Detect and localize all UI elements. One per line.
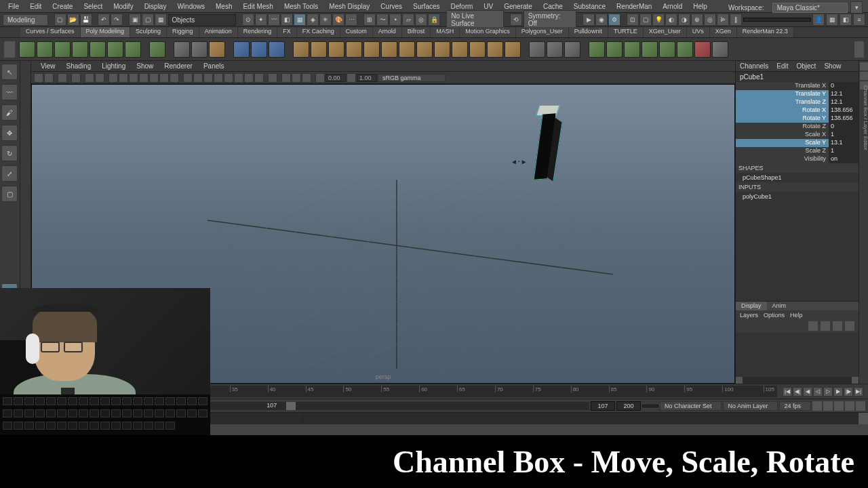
mask-misc-icon[interactable]: ⋯	[345, 14, 357, 26]
center-pivot-icon[interactable]	[712, 41, 728, 58]
exposure-icon[interactable]	[315, 73, 325, 83]
select-tool-icon[interactable]: ↖	[1, 64, 18, 80]
uv-editor-icon[interactable]	[642, 41, 658, 58]
selection-mask-input[interactable]	[168, 14, 236, 26]
lights-icon[interactable]	[214, 73, 223, 83]
attr-rz-value[interactable]: 0	[829, 123, 859, 131]
shelf-tab-xgen[interactable]: XGen	[710, 27, 737, 37]
step-forward-key-icon[interactable]: |▶	[844, 387, 853, 396]
toggle-renderview-icon[interactable]: ▢	[639, 14, 652, 26]
menu-modify[interactable]: Modify	[108, 1, 138, 12]
xray-joints-icon[interactable]	[292, 73, 301, 83]
cb-edit[interactable]: Edit	[774, 62, 791, 70]
autokey-icon[interactable]	[823, 401, 833, 411]
sculpt-icon[interactable]	[606, 41, 623, 58]
layer-tab-display[interactable]: Display	[736, 302, 767, 310]
render-settings-icon[interactable]: ⚙	[608, 14, 620, 26]
panel-shading[interactable]: Shading	[61, 62, 97, 70]
wireframe-icon[interactable]	[183, 73, 193, 83]
live-surface-dropdown[interactable]: No Live Surface	[446, 10, 504, 29]
2d-pan-icon[interactable]	[85, 73, 94, 83]
shelf-tab-curves[interactable]: Curves / Surfaces	[20, 27, 81, 37]
boolean-icon[interactable]	[328, 41, 344, 58]
gamma-value[interactable]: 1.00	[357, 74, 377, 82]
shelf-tab-fx[interactable]: FX	[277, 27, 297, 37]
viewport-object-pcube1[interactable]	[534, 105, 561, 180]
ipr-icon[interactable]: ◉	[595, 14, 608, 26]
connect-icon[interactable]	[564, 41, 580, 58]
poly-cone-icon[interactable]	[72, 41, 88, 58]
toggle-a-icon[interactable]: ◐	[665, 14, 677, 26]
safe-action-icon[interactable]	[159, 73, 169, 83]
snap-curve-icon[interactable]: 〜	[376, 14, 389, 26]
crease-set-icon[interactable]	[677, 41, 693, 58]
textured-icon[interactable]	[203, 73, 213, 83]
poly-plane-icon[interactable]	[107, 41, 123, 58]
menu-create[interactable]: Create	[47, 1, 78, 12]
menu-surfaces[interactable]: Surfaces	[408, 1, 445, 12]
toggle-pause-icon[interactable]: ‖	[730, 14, 742, 26]
layouts-icon[interactable]: ▦	[826, 14, 838, 26]
paint-select-icon[interactable]: 🖌	[1, 104, 18, 121]
svg-icon[interactable]	[209, 41, 225, 58]
grid-icon[interactable]	[108, 73, 118, 83]
range-handle[interactable]	[286, 402, 296, 410]
shaded-icon[interactable]	[193, 73, 203, 83]
multi-cut-icon[interactable]	[547, 41, 563, 58]
shape-node[interactable]: pCubeShape1	[736, 173, 859, 182]
step-back-icon[interactable]: ◀	[803, 387, 812, 396]
shelf-tab-motion[interactable]: Motion Graphics	[460, 27, 516, 37]
select-hierarchy-icon[interactable]: ▣	[129, 14, 141, 26]
mode-dropdown[interactable]: Modeling	[3, 14, 48, 26]
poly-cylinder-icon[interactable]	[54, 41, 71, 58]
time-editor-icon[interactable]	[856, 401, 865, 411]
mask-deform-icon[interactable]: ◈	[307, 14, 319, 26]
layer-tab-anim[interactable]: Anim	[767, 302, 792, 310]
channel-box-object-name[interactable]: pCube1	[736, 72, 859, 82]
character-set-dropdown[interactable]: No Character Set	[660, 401, 722, 411]
mask-joint-icon[interactable]: ✦	[255, 14, 267, 26]
account-icon[interactable]: 👤	[812, 14, 825, 26]
redo-icon[interactable]: ↷	[111, 14, 123, 26]
layers-menu-options[interactable]: Options	[764, 312, 785, 319]
attr-ty-label[interactable]: Translate Y	[736, 90, 829, 98]
layer-new-empty-icon[interactable]	[833, 321, 842, 331]
poly-type-t-icon[interactable]	[174, 41, 190, 58]
menu-help[interactable]: Help	[688, 1, 713, 12]
safe-title-icon[interactable]	[170, 73, 179, 83]
poly-torus-icon[interactable]	[90, 41, 106, 58]
cb-show[interactable]: Show	[821, 62, 844, 70]
attr-sy-label[interactable]: Scale Y	[736, 139, 829, 147]
modeling-toolkit-icon[interactable]: ◧	[840, 14, 852, 26]
move-tool-icon[interactable]: ✥	[1, 125, 18, 141]
uv-unfold-icon[interactable]	[659, 41, 675, 58]
poly-cube-icon[interactable]	[37, 41, 53, 58]
go-end-icon[interactable]: ▶|	[854, 387, 863, 396]
extrude-icon[interactable]	[346, 41, 362, 58]
play-forward-icon[interactable]: ▷	[823, 387, 833, 396]
open-scene-icon[interactable]: 📂	[67, 14, 79, 26]
menu-renderman[interactable]: RenderMan	[611, 1, 657, 12]
layer-move-down-icon[interactable]	[821, 321, 830, 331]
separate-icon[interactable]	[311, 41, 327, 58]
field-chart-icon[interactable]	[149, 73, 159, 83]
layers-menu-help[interactable]: Help	[790, 312, 803, 319]
mask-curve-icon[interactable]: 〰	[268, 14, 280, 26]
shelf-tab-polyuser[interactable]: Polygons_User	[516, 27, 569, 37]
range-end-outer[interactable]	[642, 405, 658, 407]
menu-windows[interactable]: Windows	[172, 1, 210, 12]
workspace-dropdown[interactable]: Maya Classic*	[772, 3, 848, 13]
exposure-value[interactable]: 0.00	[326, 74, 346, 82]
attr-ry-value[interactable]: 138.656	[829, 115, 859, 123]
shelf-tab-sculpt[interactable]: Sculpting	[130, 27, 167, 37]
poly-sphere-icon[interactable]	[19, 41, 35, 58]
shelf-options-icon[interactable]	[854, 41, 864, 58]
shelf-tab-fxcache[interactable]: FX Caching	[297, 27, 340, 37]
right-sidebar-tabs[interactable]: Channel Box / Layer Editor	[859, 61, 868, 384]
poly-disc-icon[interactable]	[125, 41, 141, 58]
retopo-icon[interactable]	[624, 41, 640, 58]
ao-icon[interactable]	[234, 73, 243, 83]
attr-tz-label[interactable]: Translate Z	[736, 98, 829, 106]
select-component-icon[interactable]: ▦	[155, 14, 167, 26]
loop-icon[interactable]	[812, 401, 822, 411]
